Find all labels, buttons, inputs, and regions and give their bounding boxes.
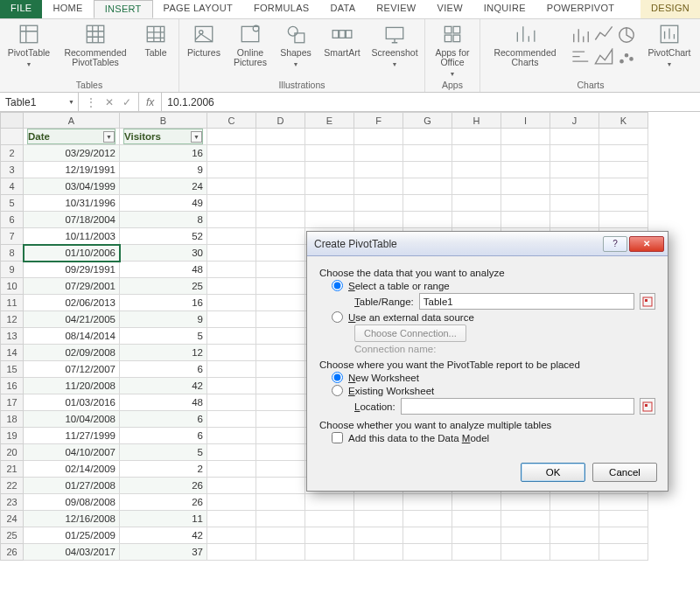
col-header[interactable]: G xyxy=(403,113,452,129)
row-header[interactable] xyxy=(1,129,24,145)
name-box-dropdown-icon[interactable]: ▼ xyxy=(68,99,74,105)
empty-cell[interactable] xyxy=(501,178,550,195)
row-header[interactable]: 10 xyxy=(1,278,24,295)
row-header[interactable]: 21 xyxy=(1,461,24,478)
empty-cell[interactable] xyxy=(207,228,256,245)
empty-cell[interactable] xyxy=(599,212,648,228)
empty-cell[interactable] xyxy=(599,511,648,527)
empty-cell[interactable] xyxy=(354,162,403,178)
empty-cell[interactable] xyxy=(207,145,256,162)
empty-cell[interactable] xyxy=(207,262,256,278)
empty-cell[interactable] xyxy=(501,195,550,212)
empty-cell[interactable] xyxy=(403,212,452,228)
empty-cell[interactable] xyxy=(256,544,305,561)
empty-cell[interactable] xyxy=(501,162,550,178)
data-cell[interactable]: 26 xyxy=(120,494,207,511)
empty-cell[interactable] xyxy=(256,511,305,527)
empty-cell[interactable] xyxy=(207,444,256,461)
empty-cell[interactable] xyxy=(207,511,256,527)
line-chart-icon[interactable] xyxy=(594,25,613,45)
data-cell[interactable]: 52 xyxy=(120,228,207,245)
scatter-chart-icon[interactable] xyxy=(617,48,636,67)
empty-cell[interactable] xyxy=(403,178,452,195)
data-cell[interactable]: 09/29/1991 xyxy=(24,262,120,278)
empty-cell[interactable] xyxy=(207,328,256,345)
empty-cell[interactable] xyxy=(452,544,501,561)
row-header[interactable]: 25 xyxy=(1,527,24,544)
empty-cell[interactable] xyxy=(207,345,256,361)
empty-cell[interactable] xyxy=(403,195,452,212)
pivottable-button[interactable]: PivotTable▼ xyxy=(5,22,52,69)
data-cell[interactable]: 10/11/2003 xyxy=(24,228,120,245)
empty-cell[interactable] xyxy=(207,295,256,311)
empty-cell[interactable] xyxy=(599,544,648,561)
data-cell[interactable]: 5 xyxy=(120,328,207,345)
empty-cell[interactable] xyxy=(305,145,354,162)
empty-cell[interactable] xyxy=(550,195,599,212)
tab-inquire[interactable]: INQUIRE xyxy=(473,0,536,18)
empty-cell[interactable] xyxy=(599,178,648,195)
empty-cell[interactable] xyxy=(354,544,403,561)
empty-cell[interactable] xyxy=(452,212,501,228)
data-cell[interactable]: 16 xyxy=(120,145,207,162)
data-cell[interactable]: 5 xyxy=(120,444,207,461)
empty-cell[interactable] xyxy=(256,328,305,345)
data-cell[interactable]: 02/06/2013 xyxy=(24,295,120,311)
col-header[interactable]: D xyxy=(256,113,305,129)
range-picker-button[interactable] xyxy=(640,398,655,415)
row-header[interactable]: 19 xyxy=(1,428,24,444)
empty-cell[interactable] xyxy=(256,178,305,195)
col-header[interactable]: J xyxy=(550,113,599,129)
data-cell[interactable]: 07/12/2007 xyxy=(24,361,120,378)
data-cell[interactable]: 03/29/2012 xyxy=(24,145,120,162)
row-header[interactable]: 14 xyxy=(1,345,24,361)
empty-cell[interactable] xyxy=(207,461,256,478)
empty-cell[interactable] xyxy=(207,278,256,295)
empty-cell[interactable] xyxy=(256,212,305,228)
row-header[interactable]: 18 xyxy=(1,411,24,428)
empty-cell[interactable] xyxy=(403,145,452,162)
tab-home[interactable]: HOME xyxy=(42,0,93,18)
row-header[interactable]: 5 xyxy=(1,195,24,212)
data-cell[interactable]: 30 xyxy=(120,245,207,262)
dialog-titlebar[interactable]: Create PivotTable ? ✕ xyxy=(307,232,668,256)
col-header[interactable]: A xyxy=(24,113,120,129)
data-cell[interactable]: 48 xyxy=(120,394,207,411)
data-cell[interactable]: 11 xyxy=(120,511,207,527)
select-range-radio[interactable] xyxy=(332,280,343,291)
data-cell[interactable]: 48 xyxy=(120,262,207,278)
empty-cell[interactable] xyxy=(256,245,305,262)
row-header[interactable]: 22 xyxy=(1,478,24,494)
empty-cell[interactable] xyxy=(550,494,599,511)
data-cell[interactable]: 10/04/2008 xyxy=(24,411,120,428)
empty-cell[interactable] xyxy=(207,527,256,544)
data-cell[interactable]: 11/20/2008 xyxy=(24,378,120,394)
empty-cell[interactable] xyxy=(599,162,648,178)
data-cell[interactable]: 02/09/2008 xyxy=(24,345,120,361)
empty-cell[interactable] xyxy=(403,527,452,544)
empty-cell[interactable] xyxy=(403,494,452,511)
data-cell[interactable]: 01/10/2006 xyxy=(24,245,120,262)
empty-cell[interactable] xyxy=(599,145,648,162)
table-range-input[interactable]: Table1 xyxy=(419,293,634,310)
data-cell[interactable]: 04/03/2017 xyxy=(24,544,120,561)
empty-cell[interactable] xyxy=(256,444,305,461)
empty-cell[interactable] xyxy=(501,494,550,511)
name-box[interactable]: Table1 ▼ xyxy=(0,93,79,111)
empty-cell[interactable] xyxy=(452,162,501,178)
col-header[interactable]: K xyxy=(599,113,648,129)
filter-dropdown-icon[interactable]: ▼ xyxy=(191,131,202,143)
empty-cell[interactable] xyxy=(452,178,501,195)
row-header[interactable]: 4 xyxy=(1,178,24,195)
col-header[interactable]: H xyxy=(452,113,501,129)
empty-cell[interactable] xyxy=(256,361,305,378)
column-chart-icon[interactable] xyxy=(571,25,591,45)
data-cell[interactable]: 6 xyxy=(120,361,207,378)
empty-cell[interactable] xyxy=(256,262,305,278)
empty-cell[interactable] xyxy=(354,212,403,228)
select-all-corner[interactable] xyxy=(1,113,24,129)
empty-cell[interactable] xyxy=(599,527,648,544)
table-button[interactable]: Table xyxy=(138,22,173,58)
pivotchart-button[interactable]: PivotChart▼ xyxy=(643,22,696,69)
empty-cell[interactable] xyxy=(501,212,550,228)
